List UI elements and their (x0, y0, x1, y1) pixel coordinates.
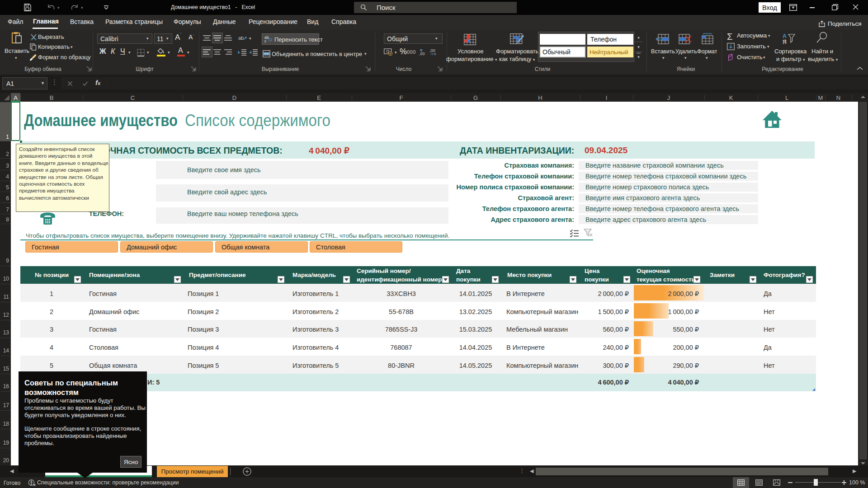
svg-text:,00: ,00 (419, 52, 425, 56)
svg-text:Я: Я (783, 39, 787, 45)
svg-text:0: 0 (434, 52, 436, 56)
svg-text:ab: ab (238, 35, 244, 41)
svg-text:А: А (783, 33, 787, 39)
